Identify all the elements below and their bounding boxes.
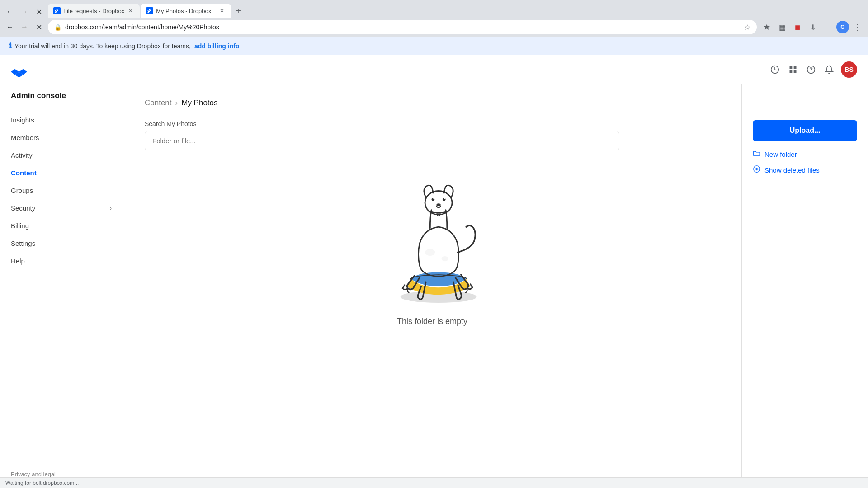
download-button[interactable]: ⇓ <box>806 20 820 34</box>
back-button[interactable]: ← <box>4 5 16 18</box>
extensions-button[interactable]: ▦ <box>775 20 789 34</box>
upload-button[interactable]: Upload... <box>753 120 857 141</box>
new-folder-link[interactable]: New folder <box>753 150 857 159</box>
status-bar: Waiting for bolt.dropbox.com... <box>0 477 868 488</box>
svg-rect-1 <box>790 66 793 69</box>
svg-rect-2 <box>794 66 797 69</box>
address-text: dropbox.com/team/admin/content/home/My%2… <box>65 23 741 31</box>
reload-button-2[interactable]: ✕ <box>33 21 45 33</box>
forward-button-2[interactable]: → <box>18 21 31 33</box>
deleted-files-icon <box>753 165 761 175</box>
new-folder-label: New folder <box>764 150 797 158</box>
browser-tab-1[interactable]: File requests - Dropbox ✕ <box>48 4 140 18</box>
user-avatar[interactable]: BS <box>841 61 857 78</box>
svg-point-13 <box>436 203 440 206</box>
sidebar: Admin console Insights Members Activity … <box>0 55 123 488</box>
app-header: BS <box>123 55 868 84</box>
ext-icon-wrap[interactable]: ■ <box>790 20 805 34</box>
svg-point-15 <box>425 249 435 256</box>
sidebar-nav: Insights Members Activity Content Groups… <box>0 111 123 270</box>
trial-banner: ℹ Your trial will end in 30 days. To kee… <box>0 37 868 55</box>
sidebar-item-groups[interactable]: Groups <box>0 182 123 199</box>
browser-tab-2[interactable]: My Photos - Dropbox ✕ <box>141 4 231 18</box>
security-icon: 🔒 <box>54 24 61 31</box>
clock-icon-button[interactable] <box>767 61 783 78</box>
tab1-close[interactable]: ✕ <box>127 7 134 14</box>
empty-state-text: This folder is empty <box>397 317 467 326</box>
sidebar-item-settings[interactable]: Settings <box>0 235 123 252</box>
grid-icon-button[interactable] <box>785 61 801 78</box>
menu-button[interactable]: ⋮ <box>850 20 864 34</box>
svg-rect-4 <box>794 70 797 73</box>
sidebar-item-members[interactable]: Members <box>0 129 123 146</box>
admin-console-title: Admin console <box>0 91 123 111</box>
svg-rect-3 <box>790 70 793 73</box>
sidebar-item-content[interactable]: Content <box>0 164 123 182</box>
sidebar-item-billing[interactable]: Billing <box>0 217 123 235</box>
empty-state-illustration <box>364 174 500 310</box>
show-deleted-label: Show deleted files <box>764 166 820 174</box>
main-content: Content › My Photos Search My Photos <box>123 84 741 488</box>
search-label: Search My Photos <box>145 120 720 127</box>
tab2-title: My Photos - Dropbox <box>156 8 216 14</box>
security-arrow-icon: › <box>110 205 112 211</box>
profile-tab-button[interactable]: □ <box>821 20 835 34</box>
folder-icon <box>753 150 761 159</box>
svg-point-9 <box>432 198 435 201</box>
breadcrumb-separator: › <box>175 99 178 108</box>
right-panel: Upload... New folder <box>741 84 868 488</box>
svg-point-16 <box>442 256 448 261</box>
forward-button[interactable]: → <box>18 5 31 18</box>
billing-link[interactable]: add billing info <box>194 42 240 50</box>
new-tab-button[interactable]: + <box>232 5 245 17</box>
address-bar[interactable]: 🔒 dropbox.com/team/admin/content/home/My… <box>48 20 757 34</box>
show-deleted-link[interactable]: Show deleted files <box>753 165 857 175</box>
reload-button[interactable]: ✕ <box>33 5 45 18</box>
status-text: Waiting for bolt.dropbox.com... <box>5 480 79 486</box>
bell-icon-button[interactable] <box>821 61 837 78</box>
tab2-close[interactable]: ✕ <box>218 7 226 14</box>
help-icon-button[interactable] <box>803 61 819 78</box>
svg-point-12 <box>444 198 445 199</box>
bookmark-icon[interactable]: ☆ <box>744 23 750 32</box>
svg-point-10 <box>443 198 446 201</box>
sidebar-item-activity[interactable]: Activity <box>0 146 123 164</box>
info-icon: ℹ <box>9 42 12 50</box>
bookmark-button[interactable]: ★ <box>760 20 774 34</box>
breadcrumb-parent[interactable]: Content <box>145 99 172 108</box>
svg-point-11 <box>433 198 434 199</box>
empty-state: This folder is empty <box>145 165 720 335</box>
breadcrumb-current: My Photos <box>181 99 217 108</box>
sidebar-item-insights[interactable]: Insights <box>0 111 123 129</box>
sidebar-item-help[interactable]: Help <box>0 252 123 270</box>
svg-point-19 <box>756 169 758 170</box>
browser-chrome: ← → ✕ File requests - Dropbox ✕ My Photo… <box>0 0 868 37</box>
trial-text: Your trial will end in 30 days. To keep … <box>14 42 191 50</box>
sidebar-logo[interactable] <box>0 64 123 91</box>
tab1-title: File requests - Dropbox <box>63 8 124 14</box>
privacy-legal-link[interactable]: Privacy and legal <box>11 471 56 478</box>
search-input[interactable] <box>145 131 619 150</box>
breadcrumb: Content › My Photos <box>145 99 720 108</box>
sidebar-item-security[interactable]: Security › <box>0 199 123 217</box>
user-profile-icon[interactable]: G <box>836 21 849 33</box>
back-button-2[interactable]: ← <box>4 21 16 33</box>
